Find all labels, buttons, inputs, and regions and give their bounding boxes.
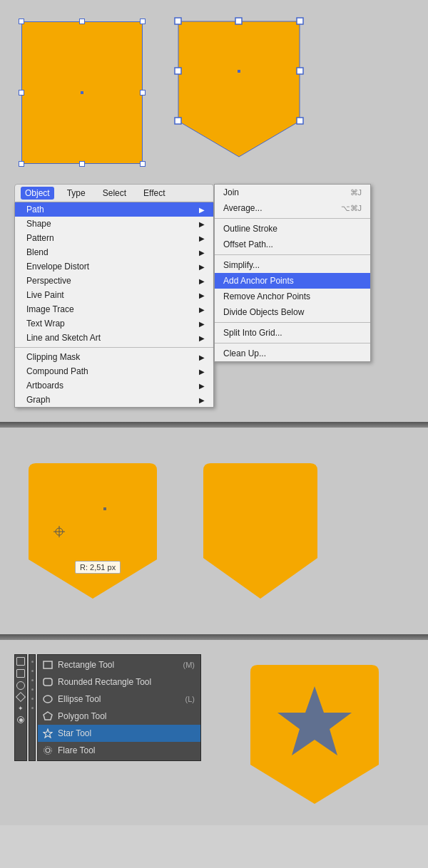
menu-sep-1: [15, 347, 213, 348]
menu-type[interactable]: Type: [63, 187, 90, 200]
dot-2: [31, 670, 34, 672]
submenu-divide-objects[interactable]: Divide Objects Below: [215, 304, 370, 320]
handle-br: [140, 161, 146, 167]
menu-graph[interactable]: Graph▶: [15, 393, 213, 407]
menu-path[interactable]: Path ▶: [15, 202, 213, 217]
handle-tr: [140, 19, 146, 24]
menu-effect[interactable]: Effect: [139, 187, 169, 200]
section-divider-2: [0, 634, 428, 640]
mini-tool-5: ✦: [18, 705, 24, 712]
dot-1: [31, 661, 34, 663]
mini-tool-1: [16, 657, 25, 666]
rectangle-tool-icon: [42, 659, 54, 671]
submenu-split-grid[interactable]: Split Into Grid...: [215, 325, 370, 341]
svg-rect-12: [44, 678, 52, 686]
menu-blend[interactable]: Blend▶: [15, 245, 213, 259]
submenu-simplify[interactable]: Simplify...: [215, 257, 370, 273]
section-bottom: ✦ Rectangle Tool: [0, 640, 428, 825]
shape2-container: [171, 14, 314, 171]
badge-with-star-svg: [243, 654, 386, 811]
svg-point-17: [44, 747, 52, 755]
dot-5: [31, 698, 34, 700]
tool-flare-label: Flare Tool: [58, 745, 95, 755]
tool-rounded-rect[interactable]: Rounded Rectangle Tool: [38, 673, 200, 691]
menu-perspective[interactable]: Perspective▶: [15, 274, 213, 288]
tool-flare[interactable]: Flare Tool: [38, 742, 200, 759]
mini-tool-2: [16, 669, 25, 678]
dot-3: [31, 679, 34, 681]
mini-tools-left: ✦: [14, 654, 27, 761]
submenu-offset-path[interactable]: Offset Path...: [215, 237, 370, 252]
menu-compound-path[interactable]: Compound Path▶: [15, 364, 213, 378]
submenu-clean-up[interactable]: Clean Up...: [215, 346, 370, 361]
menu-envelope-distort[interactable]: Envelope Distort▶: [15, 259, 213, 274]
dot-4: [31, 688, 34, 691]
shapes-row: [14, 14, 414, 171]
menu-object[interactable]: Object: [21, 187, 54, 200]
mini-tool-4: [16, 692, 26, 702]
solid-badge-svg: [193, 453, 328, 609]
handle-tl: [19, 19, 24, 24]
dot-6: [31, 707, 34, 709]
submenu-remove-anchor-points[interactable]: Remove Anchor Points: [215, 289, 370, 304]
submenu-join[interactable]: Join ⌘J: [215, 185, 370, 200]
svg-rect-7: [238, 70, 240, 73]
handle-mt: [79, 19, 85, 24]
tool-ellipse[interactable]: Ellipse Tool (L): [38, 691, 200, 708]
menu-line-sketch[interactable]: Line and Sketch Art▶: [15, 331, 213, 345]
menu-clipping-mask[interactable]: Clipping Mask▶: [15, 350, 213, 364]
svg-rect-2: [175, 118, 181, 124]
tool-ellipse-shortcut: (L): [185, 695, 195, 703]
tool-star[interactable]: Star Tool: [38, 725, 200, 742]
crosshair-indicator: [54, 526, 65, 539]
submenu-outline-stroke[interactable]: Outline Stroke: [215, 221, 370, 237]
section-top: Object Type Select Effect Path ▶ Shape▶ …: [0, 0, 428, 422]
svg-rect-6: [297, 68, 303, 74]
section-divider-1: [0, 422, 428, 428]
menu-shape[interactable]: Shape▶: [15, 217, 213, 231]
submenu-average[interactable]: Average... ⌥⌘J: [215, 200, 370, 216]
tool-rectangle[interactable]: Rectangle Tool (M): [38, 656, 200, 673]
menu-live-paint[interactable]: Live Paint▶: [15, 288, 213, 302]
badge-svg: [171, 14, 307, 164]
shape1-container: [14, 14, 150, 171]
svg-rect-3: [297, 118, 303, 124]
solid-badge-wrap: [193, 453, 328, 609]
small-dot: [103, 507, 106, 510]
polygon-tool-icon: [42, 711, 54, 722]
menu-pattern[interactable]: Pattern▶: [15, 231, 213, 245]
sub-sep-2: [215, 254, 370, 255]
svg-marker-14: [44, 712, 52, 720]
handle-mr: [140, 90, 146, 95]
menu-primary-dropdown: Path ▶ Shape▶ Pattern▶ Blend▶ Envelope D…: [14, 202, 214, 408]
rounded-shape-wrap: R: 2,51 px: [14, 449, 171, 613]
radius-label: R: 2,51 px: [75, 561, 121, 574]
sub-sep-3: [215, 322, 370, 323]
badge-shape-wrap: [171, 14, 307, 164]
tool-ellipse-label: Ellipse Tool: [58, 694, 101, 704]
ellipse-tool-icon: [42, 693, 54, 705]
menu-image-trace[interactable]: Image Trace▶: [15, 302, 213, 316]
handle-mb: [79, 161, 85, 167]
submenu-add-anchor-points[interactable]: Add Anchor Points: [215, 273, 370, 289]
mini-tool-3: [16, 681, 25, 690]
menu-artboards[interactable]: Artboards▶: [15, 378, 213, 393]
handle-bl: [19, 161, 24, 167]
rounded-badge-svg: [14, 449, 171, 613]
tool-star-label: Star Tool: [58, 728, 91, 738]
flare-tool-icon: [42, 745, 54, 756]
menu-bar[interactable]: Object Type Select Effect: [14, 184, 214, 202]
svg-marker-15: [44, 729, 52, 738]
menu-text-wrap[interactable]: Text Wrap▶: [15, 316, 213, 331]
star-tool-icon: [42, 728, 54, 739]
tool-rectangle-shortcut: (M): [183, 661, 195, 669]
svg-point-16: [46, 748, 50, 753]
svg-point-13: [44, 696, 52, 703]
mini-toolbar: ✦ Rectangle Tool: [14, 654, 201, 761]
tool-polygon[interactable]: Polygon Tool: [38, 708, 200, 725]
center-dot: [81, 91, 83, 94]
section-mid: R: 2,51 px: [0, 428, 428, 634]
menu-area: Object Type Select Effect Path ▶ Shape▶ …: [14, 184, 214, 408]
handle-ml: [19, 90, 24, 95]
menu-select[interactable]: Select: [98, 187, 131, 200]
